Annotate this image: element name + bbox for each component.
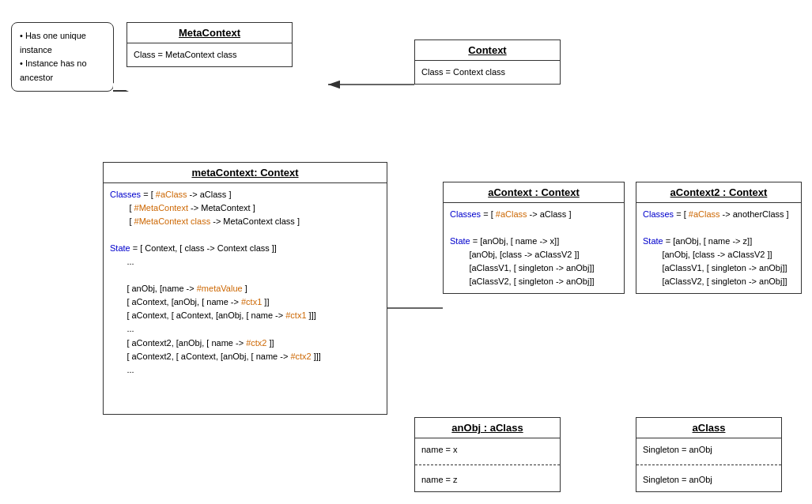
acontext2-box: aContext2 : Context Classes = [ #aClass … (636, 182, 802, 294)
aclass-section2: Singleton = anObj (636, 468, 781, 491)
acontext-title: aContext : Context (444, 182, 624, 203)
anobj-title: anObj : aClass (415, 418, 560, 438)
anobj-section1: name = x (415, 438, 560, 461)
aclass-title: aClass (636, 418, 781, 438)
diagram: • Has one uniqueinstance• Instance has n… (0, 0, 812, 504)
anobj-divider (415, 465, 560, 465)
aclass-box: aClass Singleton = anObj Singleton = anO… (636, 417, 782, 492)
aclass-section1: Singleton = anObj (636, 438, 781, 461)
anobj-section2: name = z (415, 468, 560, 491)
metacontext-instance-body: Classes = [ #aClass -> aClass ] [ #MetaC… (104, 183, 387, 382)
acontext2-body: Classes = [ #aClass -> anotherClass ] St… (636, 203, 801, 293)
speech-bubble-text: • Has one uniqueinstance• Instance has n… (20, 31, 87, 82)
metacontext-instance-title: metaContext: Context (104, 163, 387, 183)
anobj-box: anObj : aClass name = x name = z (414, 417, 561, 492)
aclass-divider (636, 465, 781, 465)
speech-bubble: • Has one uniqueinstance• Instance has n… (11, 22, 114, 92)
context-class-box: Context Class = Context class (414, 39, 561, 85)
metacontext-class-title: MetaContext (127, 23, 292, 43)
context-class-title: Context (415, 40, 560, 61)
acontext-body: Classes = [ #aClass -> aClass ] State = … (444, 203, 624, 293)
acontext-box: aContext : Context Classes = [ #aClass -… (443, 182, 625, 294)
metacontext-instance-box: metaContext: Context Classes = [ #aClass… (103, 162, 387, 415)
metacontext-class-box: MetaContext Class = MetaContext class (127, 22, 293, 67)
metacontext-class-body: Class = MetaContext class (127, 43, 292, 66)
context-class-body: Class = Context class (415, 61, 560, 84)
acontext2-title: aContext2 : Context (636, 182, 801, 203)
